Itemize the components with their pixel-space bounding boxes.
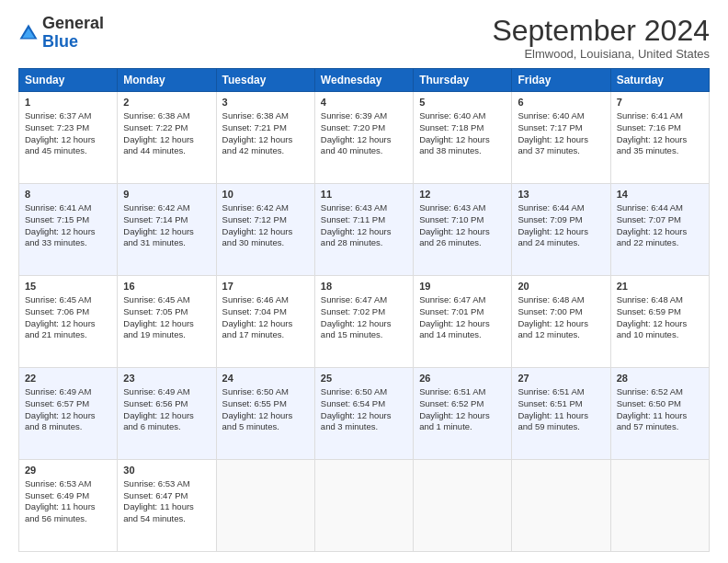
sunrise-text: Sunrise: 6:41 AM	[25, 202, 91, 213]
sunrise-text: Sunrise: 6:50 AM	[321, 386, 387, 396]
sunset-text: Sunset: 7:12 PM	[222, 214, 287, 224]
sunset-text: Sunset: 7:14 PM	[123, 214, 188, 224]
sunset-text: Sunset: 6:54 PM	[321, 398, 385, 408]
calendar-cell: 7Sunrise: 6:41 AMSunset: 7:16 PMDaylight…	[610, 92, 709, 184]
sunset-text: Sunset: 7:16 PM	[617, 122, 681, 132]
sunset-text: Sunset: 7:11 PM	[321, 214, 385, 224]
daylight-text: Daylight: 12 hours and 17 minutes.	[222, 318, 293, 340]
day-number: 26	[419, 372, 506, 385]
day-number: 20	[518, 280, 604, 293]
calendar-cell: 19Sunrise: 6:47 AMSunset: 7:01 PMDayligh…	[414, 276, 512, 368]
logo-icon	[18, 23, 39, 43]
day-number: 11	[321, 188, 407, 201]
sunset-text: Sunset: 7:02 PM	[321, 306, 385, 316]
sunset-text: Sunset: 7:01 PM	[419, 306, 483, 316]
sunset-text: Sunset: 7:23 PM	[25, 122, 89, 132]
calendar-cell: 22Sunrise: 6:49 AMSunset: 6:57 PMDayligh…	[19, 368, 118, 460]
sunset-text: Sunset: 7:10 PM	[419, 214, 483, 224]
daylight-text: Daylight: 12 hours and 33 minutes.	[25, 226, 96, 248]
daylight-text: Daylight: 11 hours and 56 minutes.	[25, 501, 96, 523]
daylight-text: Daylight: 12 hours and 5 minutes.	[222, 410, 293, 432]
sunset-text: Sunset: 7:15 PM	[25, 214, 89, 224]
calendar-cell: 1Sunrise: 6:37 AMSunset: 7:23 PMDaylight…	[19, 92, 118, 184]
daylight-text: Daylight: 12 hours and 19 minutes.	[123, 318, 194, 340]
day-number: 5	[419, 96, 506, 109]
day-number: 10	[222, 188, 309, 201]
calendar-cell: 23Sunrise: 6:49 AMSunset: 6:56 PMDayligh…	[118, 368, 216, 460]
sunset-text: Sunset: 6:57 PM	[25, 398, 89, 408]
page-header: General Blue September 2024 Elmwood, Lou…	[18, 15, 710, 61]
day-number: 8	[25, 188, 111, 201]
calendar-cell	[414, 460, 512, 552]
sunset-text: Sunset: 6:56 PM	[123, 398, 188, 408]
calendar-cell: 26Sunrise: 6:51 AMSunset: 6:52 PMDayligh…	[414, 368, 512, 460]
month-title: September 2024	[492, 15, 710, 47]
sunrise-text: Sunrise: 6:40 AM	[419, 110, 485, 121]
day-number: 4	[321, 96, 407, 109]
sunrise-text: Sunrise: 6:51 AM	[518, 386, 584, 396]
daylight-text: Daylight: 12 hours and 42 minutes.	[222, 134, 293, 156]
day-number: 17	[222, 280, 309, 293]
sunrise-text: Sunrise: 6:43 AM	[419, 202, 485, 213]
daylight-text: Daylight: 12 hours and 10 minutes.	[617, 318, 688, 340]
calendar-cell	[216, 460, 314, 552]
sunrise-text: Sunrise: 6:38 AM	[123, 110, 189, 121]
calendar-cell	[512, 460, 610, 552]
day-number: 9	[123, 188, 210, 201]
daylight-text: Daylight: 11 hours and 57 minutes.	[617, 410, 688, 432]
sunset-text: Sunset: 6:51 PM	[518, 398, 582, 408]
calendar-cell: 14Sunrise: 6:44 AMSunset: 7:07 PMDayligh…	[610, 184, 709, 276]
sunset-text: Sunset: 7:04 PM	[222, 306, 287, 316]
sunset-text: Sunset: 7:05 PM	[123, 306, 188, 316]
calendar-cell: 28Sunrise: 6:52 AMSunset: 6:50 PMDayligh…	[610, 368, 709, 460]
location: Elmwood, Louisiana, United States	[492, 47, 710, 61]
calendar-cell: 20Sunrise: 6:48 AMSunset: 7:00 PMDayligh…	[512, 276, 610, 368]
sunrise-text: Sunrise: 6:49 AM	[25, 386, 91, 396]
day-number: 14	[617, 188, 703, 201]
sunrise-text: Sunrise: 6:47 AM	[419, 294, 485, 304]
sunset-text: Sunset: 7:21 PM	[222, 122, 287, 132]
week-row-5: 29Sunrise: 6:53 AMSunset: 6:49 PMDayligh…	[19, 460, 710, 552]
week-row-1: 1Sunrise: 6:37 AMSunset: 7:23 PMDaylight…	[19, 92, 710, 184]
sunrise-text: Sunrise: 6:42 AM	[222, 202, 289, 213]
sunset-text: Sunset: 7:09 PM	[518, 214, 582, 224]
sunset-text: Sunset: 7:07 PM	[617, 214, 681, 224]
day-number: 27	[518, 372, 604, 385]
sunrise-text: Sunrise: 6:44 AM	[617, 202, 683, 213]
calendar-cell: 27Sunrise: 6:51 AMSunset: 6:51 PMDayligh…	[512, 368, 610, 460]
day-number: 25	[321, 372, 407, 385]
day-number: 16	[123, 280, 210, 293]
day-number: 30	[123, 464, 210, 477]
day-number: 18	[321, 280, 407, 293]
calendar-cell: 29Sunrise: 6:53 AMSunset: 6:49 PMDayligh…	[19, 460, 118, 552]
sunset-text: Sunset: 7:00 PM	[518, 306, 582, 316]
sunrise-text: Sunrise: 6:51 AM	[419, 386, 485, 396]
sunrise-text: Sunrise: 6:52 AM	[617, 386, 683, 396]
day-number: 13	[518, 188, 604, 201]
daylight-text: Daylight: 12 hours and 6 minutes.	[123, 410, 194, 432]
daylight-text: Daylight: 12 hours and 15 minutes.	[321, 318, 392, 340]
daylight-text: Daylight: 12 hours and 3 minutes.	[321, 410, 392, 432]
sunrise-text: Sunrise: 6:37 AM	[25, 110, 91, 121]
sunrise-text: Sunrise: 6:45 AM	[123, 294, 189, 304]
logo-text: General Blue	[42, 15, 104, 52]
logo: General Blue	[18, 15, 104, 52]
daylight-text: Daylight: 12 hours and 22 minutes.	[617, 226, 688, 248]
sunset-text: Sunset: 6:50 PM	[617, 398, 681, 408]
daylight-text: Daylight: 12 hours and 24 minutes.	[518, 226, 588, 248]
daylight-text: Daylight: 12 hours and 37 minutes.	[518, 134, 588, 156]
sunset-text: Sunset: 6:47 PM	[123, 490, 188, 500]
sunset-text: Sunset: 7:22 PM	[123, 122, 188, 132]
day-number: 19	[419, 280, 506, 293]
sunrise-text: Sunrise: 6:47 AM	[321, 294, 387, 304]
sunset-text: Sunset: 6:49 PM	[25, 490, 89, 500]
weekday-header-friday: Friday	[512, 69, 610, 92]
daylight-text: Daylight: 12 hours and 14 minutes.	[419, 318, 490, 340]
calendar-cell: 16Sunrise: 6:45 AMSunset: 7:05 PMDayligh…	[118, 276, 216, 368]
weekday-header-sunday: Sunday	[19, 69, 118, 92]
sunset-text: Sunset: 6:55 PM	[222, 398, 287, 408]
calendar-cell: 25Sunrise: 6:50 AMSunset: 6:54 PMDayligh…	[314, 368, 413, 460]
day-number: 28	[617, 372, 703, 385]
weekday-header-wednesday: Wednesday	[314, 69, 413, 92]
weekday-header-saturday: Saturday	[610, 69, 709, 92]
